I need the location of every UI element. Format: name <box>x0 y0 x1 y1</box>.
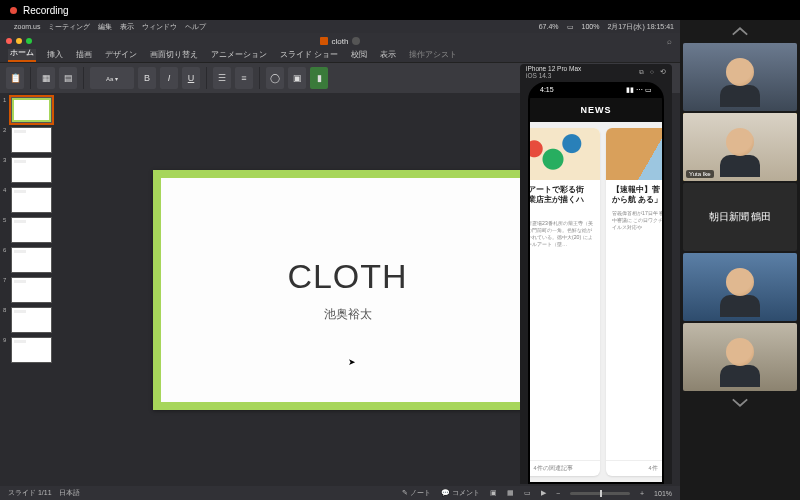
view-normal-icon[interactable]: ▣ <box>490 489 497 497</box>
menubar-battery-icon: ▭ <box>567 23 574 31</box>
sim-device-name: iPhone 12 Pro Max <box>526 65 581 72</box>
align-button[interactable]: ≡ <box>235 67 253 89</box>
tab-insert[interactable]: 挿入 <box>45 48 65 62</box>
news-card-desc: 十八ヶ所霊場23番札所の薬王寺（美波町）の門前町の一角。色鮮な絵が壁に描かれてい… <box>530 220 600 460</box>
zoom-top-bar: Recording <box>0 0 800 20</box>
zoom-slider[interactable] <box>570 492 630 495</box>
ppt-status-bar: スライド 1/11 日本語 ✎ ノート 💬 コメント ▣ ▦ ▭ ▶ − + 1… <box>0 486 680 500</box>
navbar-title: NEWS <box>581 105 612 115</box>
close-icon[interactable] <box>6 38 12 44</box>
menu-view[interactable]: 表示 <box>120 22 134 32</box>
phone-frame: 4:15 ▮▮ ⋯ ▭ NEWS ールアートで彩る街 ナ休業店主が描くハ ー 十… <box>528 82 664 484</box>
thumbnail-6[interactable]: 6 <box>3 247 52 273</box>
zoom-level[interactable]: 101% <box>654 490 672 497</box>
new-slide-button[interactable]: ▦ <box>37 67 55 89</box>
tab-tell-me[interactable]: 操作アシスト <box>407 48 459 62</box>
thumbnail-7[interactable]: 7 <box>3 277 52 303</box>
paste-button[interactable]: 📋 <box>6 67 24 89</box>
layout-button[interactable]: ▤ <box>59 67 77 89</box>
news-feed[interactable]: ールアートで彩る街 ナ休業店主が描くハ ー 十八ヶ所霊場23番札所の薬王寺（美波… <box>530 122 662 482</box>
thumbnail-1[interactable]: 1CLOTH <box>3 97 52 123</box>
news-card-1[interactable]: ールアートで彩る街 ナ休業店主が描くハ ー 十八ヶ所霊場23番札所の薬王寺（美波… <box>530 128 600 476</box>
zoom-in-button[interactable]: + <box>640 490 644 497</box>
fill-button[interactable]: ▮ <box>310 67 328 89</box>
sim-rotate-icon[interactable]: ⟲ <box>660 68 666 76</box>
zoom-out-button[interactable]: − <box>556 490 560 497</box>
participant-tile-nocam[interactable]: 朝日新聞 鶴田 <box>683 183 797 251</box>
tab-slideshow[interactable]: スライド ショー <box>278 48 340 62</box>
phone-time: 4:15 <box>540 86 554 94</box>
scroll-down-button[interactable] <box>680 392 800 414</box>
news-card-2[interactable]: 【速報中】菅 新社長から航 ある」 菅義偉首相が17日午 審委員会の集中審議に … <box>606 128 662 476</box>
participant-video <box>683 253 797 321</box>
arrange-button[interactable]: ▣ <box>288 67 306 89</box>
menu-window[interactable]: ウィンドウ <box>142 22 177 32</box>
app-name[interactable]: zoom.us <box>14 23 40 30</box>
phone-notch <box>569 84 623 96</box>
chevron-up-icon <box>731 25 749 37</box>
news-card-footer[interactable]: 4件の関連記事 <box>530 460 600 476</box>
bold-button[interactable]: B <box>138 67 156 89</box>
view-sorter-icon[interactable]: ▦ <box>507 489 514 497</box>
sim-os-version: iOS 14.3 <box>526 72 581 79</box>
ppt-doc-icon <box>320 37 328 45</box>
participant-tile[interactable] <box>683 253 797 321</box>
thumbnail-5[interactable]: 5 <box>3 217 52 243</box>
menubar-battery: 100% <box>582 23 600 30</box>
slide-thumbnails[interactable]: 1CLOTH 2 3 4 5 6 7 8 9 <box>0 93 55 486</box>
thumbnail-2[interactable]: 2 <box>3 127 52 153</box>
tab-draw[interactable]: 描画 <box>74 48 94 62</box>
save-indicator-icon[interactable] <box>352 37 360 45</box>
notes-button[interactable]: ✎ ノート <box>402 488 431 498</box>
view-slideshow-icon[interactable]: ▶ <box>541 489 546 497</box>
phone-signal-icon: ▮▮ ⋯ ▭ <box>626 86 652 94</box>
news-card-desc: 菅義偉首相が17日午 審委員会の集中審議に この日ワクチン コロナウイルス対応や <box>606 210 662 460</box>
participant-tile-active[interactable]: Yuta Ike <box>683 113 797 181</box>
thumbnail-9[interactable]: 9 <box>3 337 52 363</box>
current-slide[interactable]: CLOTH 池奥裕太 ➤ <box>153 170 543 410</box>
tab-review[interactable]: 校閲 <box>349 48 369 62</box>
recording-label: Recording <box>23 5 69 16</box>
thumbnail-3[interactable]: 3 <box>3 157 52 183</box>
italic-button[interactable]: I <box>160 67 178 89</box>
view-reading-icon[interactable]: ▭ <box>524 489 531 497</box>
slide-title[interactable]: CLOTH <box>287 257 407 296</box>
maximize-icon[interactable] <box>26 38 32 44</box>
thumbnail-4[interactable]: 4 <box>3 187 52 213</box>
document-name: cloth <box>332 37 349 46</box>
shared-screen: zoom.us ミーティング 編集 表示 ウィンドウ ヘルプ 67.4% ▭ 1… <box>0 20 680 500</box>
font-button[interactable]: Aa ▾ <box>90 67 134 89</box>
slide-counter: スライド 1/11 日本語 <box>8 488 80 498</box>
participants-panel: Yuta Ike 朝日新聞 鶴田 <box>680 20 800 500</box>
sim-screenshot-icon[interactable]: ⧉ <box>639 68 644 76</box>
scroll-up-button[interactable] <box>680 20 800 42</box>
menu-edit[interactable]: 編集 <box>98 22 112 32</box>
news-card-image <box>530 128 600 180</box>
menu-meeting[interactable]: ミーティング <box>48 22 90 32</box>
participant-display-name: 朝日新聞 鶴田 <box>709 210 772 224</box>
news-card-title: ールアートで彩る街 ナ休業店主が描くハ ー <box>530 180 600 220</box>
cursor-icon: ➤ <box>348 357 356 367</box>
comments-button[interactable]: 💬 コメント <box>441 488 480 498</box>
news-card-footer[interactable]: 4件 <box>606 460 662 476</box>
minimize-icon[interactable] <box>16 38 22 44</box>
tab-design[interactable]: デザイン <box>103 48 139 62</box>
participant-tile[interactable] <box>683 43 797 111</box>
search-icon[interactable]: ⌕ <box>667 37 672 46</box>
participant-tile[interactable] <box>683 323 797 391</box>
participant-video <box>683 323 797 391</box>
tab-animation[interactable]: アニメーション <box>209 48 269 62</box>
tab-view[interactable]: 表示 <box>378 48 398 62</box>
bullets-button[interactable]: ☰ <box>213 67 231 89</box>
ribbon-tabs: ホーム 挿入 描画 デザイン 画面切り替え アニメーション スライド ショー 校… <box>0 49 680 63</box>
powerpoint-titlebar: cloth ⌕ <box>0 33 680 49</box>
sim-home-icon[interactable]: ○ <box>650 68 654 76</box>
tab-transition[interactable]: 画面切り替え <box>148 48 200 62</box>
menu-help[interactable]: ヘルプ <box>185 22 206 32</box>
news-card-title: 【速報中】菅 新社長から航 ある」 <box>606 180 662 210</box>
underline-button[interactable]: U <box>182 67 200 89</box>
shapes-button[interactable]: ◯ <box>266 67 284 89</box>
window-controls[interactable] <box>6 38 32 44</box>
slide-subtitle[interactable]: 池奥裕太 <box>324 306 372 323</box>
thumbnail-8[interactable]: 8 <box>3 307 52 333</box>
